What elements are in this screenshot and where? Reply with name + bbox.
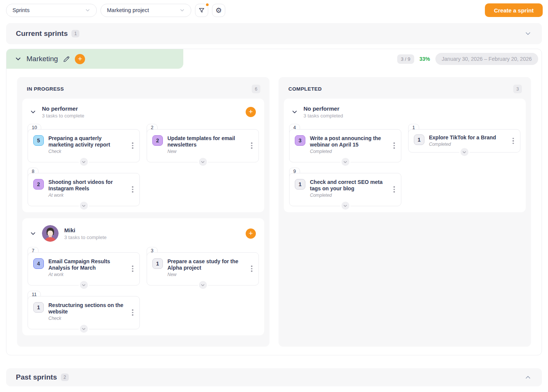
task-menu-dots-icon[interactable] bbox=[130, 302, 136, 323]
gear-icon: ⚙ bbox=[215, 7, 222, 14]
task-count-badge: 3 bbox=[295, 135, 305, 146]
past-sprints-title: Past sprints bbox=[16, 373, 57, 381]
task-title: Write a post announcing the webinar on A… bbox=[310, 135, 387, 148]
task-expand-chevron-icon[interactable] bbox=[79, 280, 89, 290]
task-title: Update templates for email newsletters bbox=[167, 135, 244, 148]
task-expand-chevron-icon[interactable] bbox=[79, 324, 89, 334]
column-count: 3 bbox=[513, 85, 522, 93]
task-menu-dots-icon[interactable] bbox=[391, 135, 397, 156]
sprint-date-range[interactable]: January 30, 2026 – February 20, 2026 bbox=[435, 53, 538, 65]
task-status: Completed bbox=[310, 193, 387, 198]
group-subtitle: 3 tasks to complete bbox=[42, 113, 84, 119]
create-sprint-button[interactable]: Create a sprint bbox=[485, 3, 543, 17]
sprints-select[interactable]: Sprints bbox=[6, 4, 97, 17]
task-menu-dots-icon[interactable] bbox=[130, 135, 136, 156]
current-sprints-title: Current sprints bbox=[16, 29, 68, 38]
task-cell: 7 4 Email Campaign Results Analysis for … bbox=[28, 247, 140, 286]
sprint-card: Marketing + 3 / 9 33% January 30, 2026 –… bbox=[6, 49, 542, 355]
task-grid: 7 4 Email Campaign Results Analysis for … bbox=[22, 246, 264, 335]
chevron-down-icon bbox=[85, 8, 90, 13]
group-chevron-down-icon[interactable] bbox=[30, 230, 36, 237]
column-header: IN PROGRESS 6 bbox=[22, 81, 264, 99]
filter-button[interactable] bbox=[195, 4, 208, 17]
task-text: Email Campaign Results Analysis for Marc… bbox=[48, 258, 125, 279]
task-card[interactable]: 1 Prepare a case study for the Alpha pro… bbox=[147, 252, 259, 286]
settings-button[interactable]: ⚙ bbox=[212, 4, 225, 17]
task-expand-chevron-icon[interactable] bbox=[198, 280, 208, 290]
task-text: Check and correct SEO meta tags on your … bbox=[310, 179, 387, 200]
task-text: Shooting short videos for Instagram Reel… bbox=[48, 179, 125, 200]
task-expand-chevron-icon[interactable] bbox=[459, 147, 469, 157]
task-title: Email Campaign Results Analysis for Marc… bbox=[48, 258, 125, 271]
task-title: Prepare a case study for the Alpha proje… bbox=[167, 258, 244, 271]
task-expand-chevron-icon[interactable] bbox=[79, 201, 89, 211]
task-card[interactable]: 3 Write a post announcing the webinar on… bbox=[289, 129, 401, 162]
task-title: Shooting short videos for Instagram Reel… bbox=[48, 179, 125, 192]
task-grid: 10 5 Preparing a quarterly marketing act… bbox=[22, 123, 264, 212]
add-task-button[interactable]: + bbox=[246, 107, 256, 117]
task-status: Completed bbox=[310, 149, 387, 154]
group-chevron-down-icon[interactable] bbox=[30, 109, 36, 115]
sprint-header: Marketing + 3 / 9 33% January 30, 2026 –… bbox=[6, 49, 542, 69]
task-card[interactable]: 1 Check and correct SEO meta tags on you… bbox=[289, 173, 401, 206]
past-sprints-bar[interactable]: Past sprints 2 bbox=[6, 368, 542, 386]
group-meta: No performer 3 tasks completed bbox=[303, 105, 343, 119]
task-menu-dots-icon[interactable] bbox=[249, 258, 255, 279]
group-subtitle: 3 tasks to complete bbox=[64, 235, 107, 240]
task-status: Check bbox=[48, 149, 125, 154]
group-subtitle: 3 tasks completed bbox=[303, 113, 343, 119]
collapse-chevron-up-icon[interactable] bbox=[525, 374, 531, 381]
task-count-badge: 1 bbox=[414, 134, 424, 145]
task-expand-chevron-icon[interactable] bbox=[79, 157, 89, 167]
sprint-header-right: 3 / 9 33% January 30, 2026 – February 20… bbox=[183, 53, 542, 65]
task-card[interactable]: 4 Email Campaign Results Analysis for Ma… bbox=[28, 252, 140, 286]
task-text: Prepare a case study for the Alpha proje… bbox=[167, 258, 244, 279]
column-title: IN PROGRESS bbox=[27, 86, 64, 92]
task-menu-dots-icon[interactable] bbox=[391, 179, 397, 200]
task-card[interactable]: 1 Explore TikTok for a Brand Completed bbox=[408, 129, 520, 153]
project-select[interactable]: Marketing project bbox=[101, 4, 191, 17]
sprint-chevron-down-icon[interactable] bbox=[15, 56, 22, 62]
collapse-chevron-down-icon[interactable] bbox=[525, 30, 531, 37]
task-expand-chevron-icon[interactable] bbox=[198, 157, 208, 167]
sprints-select-value: Sprints bbox=[12, 7, 85, 13]
group-meta: No performer 3 tasks to complete bbox=[42, 105, 84, 119]
task-cell: 8 2 Shooting short videos for Instagram … bbox=[28, 168, 140, 206]
task-card[interactable]: 2 Update templates for email newsletters… bbox=[147, 129, 259, 162]
performer-group: Miki 3 tasks to complete + 7 4 Email Cam… bbox=[22, 218, 264, 335]
group-header: No performer 3 tasks to complete + bbox=[22, 99, 264, 123]
filter-icon bbox=[198, 7, 205, 14]
add-task-button[interactable]: + bbox=[246, 228, 256, 239]
task-count-badge: 4 bbox=[33, 258, 44, 269]
task-text: Restructuring sections on the website Ch… bbox=[48, 302, 125, 323]
task-status: New bbox=[167, 149, 244, 154]
column-header: COMPLETED 3 bbox=[284, 81, 526, 99]
sprint-progress-percent: 33% bbox=[420, 56, 430, 62]
task-expand-chevron-icon[interactable] bbox=[340, 201, 350, 211]
toolbar: Sprints Marketing project ⚙ Create a spr… bbox=[0, 0, 548, 17]
task-text: Update templates for email newsletters N… bbox=[167, 135, 244, 156]
group-chevron-down-icon[interactable] bbox=[291, 109, 298, 115]
task-text: Preparing a quarterly marketing activity… bbox=[48, 135, 125, 156]
group-name: Miki bbox=[64, 227, 107, 233]
group-header: Miki 3 tasks to complete + bbox=[22, 218, 264, 246]
task-menu-dots-icon[interactable] bbox=[130, 258, 136, 279]
task-card[interactable]: 1 Restructuring sections on the website … bbox=[28, 296, 140, 329]
current-sprints-count: 1 bbox=[71, 30, 79, 37]
task-menu-dots-icon[interactable] bbox=[510, 134, 516, 147]
task-card[interactable]: 5 Preparing a quarterly marketing activi… bbox=[28, 129, 140, 162]
task-cell: 9 1 Check and correct SEO meta tags on y… bbox=[289, 168, 401, 206]
edit-sprint-pencil-icon[interactable] bbox=[63, 56, 70, 63]
filter-notification-dot bbox=[205, 3, 209, 7]
sprint-header-left: Marketing + bbox=[6, 49, 183, 69]
task-card[interactable]: 2 Shooting short videos for Instagram Re… bbox=[28, 173, 140, 206]
task-count-badge: 2 bbox=[33, 179, 44, 190]
column-count: 6 bbox=[252, 85, 260, 93]
task-status: Check bbox=[48, 316, 125, 321]
add-task-to-sprint-button[interactable]: + bbox=[75, 54, 85, 64]
task-expand-chevron-icon[interactable] bbox=[340, 157, 350, 167]
task-menu-dots-icon[interactable] bbox=[249, 135, 255, 156]
task-text: Write a post announcing the webinar on A… bbox=[310, 135, 387, 156]
task-menu-dots-icon[interactable] bbox=[130, 179, 136, 200]
current-sprints-bar[interactable]: Current sprints 1 bbox=[6, 23, 542, 44]
